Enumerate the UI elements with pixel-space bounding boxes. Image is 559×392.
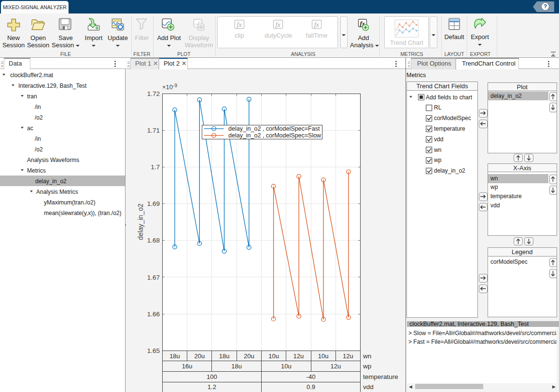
svg-text:×10-9: ×10-9	[162, 83, 177, 91]
svg-text:12u: 12u	[343, 352, 353, 360]
svg-text:20u: 20u	[244, 352, 254, 360]
svg-text:1.72: 1.72	[147, 90, 160, 97]
svg-text:1.66: 1.66	[147, 311, 160, 318]
svg-text:delay_in_o2: delay_in_o2	[137, 203, 144, 240]
svg-text:12u: 12u	[293, 352, 304, 360]
svg-text:1.67: 1.67	[147, 274, 160, 281]
svg-text:delay_in_o2 , corModelSpec=Slo: delay_in_o2 , corModelSpec=Slow	[228, 132, 321, 139]
svg-text:fx: fx	[314, 21, 320, 28]
svg-text:1.71: 1.71	[147, 127, 160, 134]
svg-text:10u: 10u	[268, 352, 279, 360]
svg-text:delay_in_o2 , corModelSpec=Fas: delay_in_o2 , corModelSpec=Fast	[228, 125, 320, 132]
svg-text:0.9: 0.9	[307, 383, 315, 391]
svg-text:16u: 16u	[182, 363, 193, 370]
svg-text:18u: 18u	[219, 352, 230, 360]
svg-text:wp: wp	[363, 363, 371, 370]
svg-text:-40: -40	[307, 373, 316, 380]
svg-text:1.69: 1.69	[147, 200, 160, 207]
svg-text:12u: 12u	[330, 363, 341, 370]
svg-text:1.68: 1.68	[147, 237, 160, 244]
svg-text:18u: 18u	[169, 352, 180, 360]
svg-text:10u: 10u	[318, 352, 329, 360]
svg-text:1.65: 1.65	[147, 347, 160, 354]
svg-text:1.7: 1.7	[151, 163, 160, 171]
svg-text:wn: wn	[363, 352, 371, 360]
svg-text:fx: fx	[237, 21, 242, 28]
svg-text:vdd: vdd	[363, 383, 374, 391]
svg-text:10u: 10u	[281, 363, 292, 370]
svg-text:1.2: 1.2	[208, 383, 216, 391]
svg-text:100: 100	[207, 373, 217, 380]
svg-text:18u: 18u	[231, 363, 242, 370]
svg-text:20u: 20u	[194, 352, 205, 360]
svg-text:temperature: temperature	[363, 373, 398, 380]
svg-text:fx: fx	[276, 21, 281, 28]
